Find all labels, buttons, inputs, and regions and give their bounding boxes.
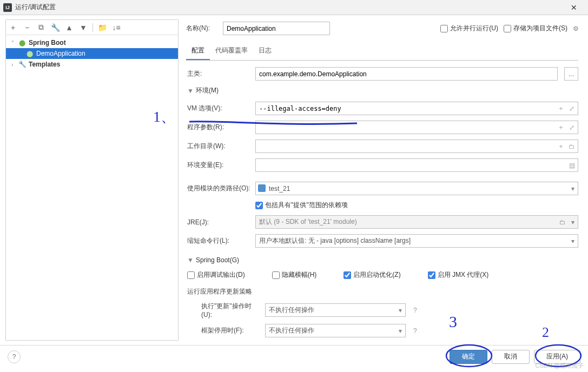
shorten-combo[interactable]: 用户本地默认值: 无 - java [options] className [a… [255,234,578,248]
tab-config[interactable]: 配置 [186,43,210,60]
section-label: Spring Boot(G) [196,256,239,264]
checkbox[interactable] [428,271,435,279]
checkbox[interactable] [343,271,351,279]
debug-output-check[interactable]: 启用调试输出(D) [187,270,245,280]
policy-label: 运行应用程序更新策略 [187,287,578,296]
combo-value: 不执行任何操作 [269,326,314,335]
chevron-right-icon: › [11,62,18,68]
titlebar: IJ 运行/调试配置 ✕ [0,0,588,15]
add-button[interactable]: + [8,23,18,32]
classpath-label: 使用模块的类路径(O): [187,184,251,193]
folder-icon[interactable]: 🗀 [567,142,576,151]
cancel-button[interactable]: 取消 [492,350,530,364]
jmx-check[interactable]: 启用 JMX 代理(X) [428,270,489,280]
program-args-input[interactable] [255,121,578,134]
combo-value: 默认 (9 - SDK of 'test_21' module) [259,217,357,227]
tree-demoapp[interactable]: ⬤ DemoApplication [6,48,178,59]
main-class-input[interactable] [255,67,558,81]
vm-options-label: VM 选项(V): [187,104,251,113]
remove-button[interactable]: − [22,23,32,32]
help-icon[interactable]: ? [413,327,423,335]
springboot-section-header[interactable]: ▼ Spring Boot(G) [187,256,578,264]
on-deact-combo[interactable]: 不执行任何操作 [265,324,406,337]
checkbox[interactable] [440,25,448,32]
tab-logs[interactable]: 日志 [253,43,277,60]
add-icon[interactable]: + [557,142,565,151]
hide-banner-check[interactable]: 隐藏横幅(H) [272,270,317,280]
gear-icon[interactable]: ⚙ [573,25,582,32]
allow-parallel-check[interactable]: 允许并行运行(U) [440,24,498,33]
expand-icon[interactable]: ⤢ [567,123,576,132]
ok-button[interactable]: 确定 [450,350,487,364]
classpath-combo[interactable]: test_21 [255,182,578,195]
vm-options-input[interactable] [255,102,578,115]
spring-icon: ⬤ [25,50,34,57]
sort-button[interactable]: ↓≡ [111,23,121,32]
name-label: 名称(N): [186,24,217,33]
workdir-label: 工作目录(W): [187,142,251,151]
env-section-header[interactable]: ▼ 环境(M) [187,86,578,95]
list-icon[interactable]: ▤ [567,161,576,170]
app-icon: IJ [3,3,12,12]
browse-button[interactable]: ... [564,67,578,81]
checkbox[interactable] [187,271,195,279]
main-area: + − ⧉ 🔧 ▲ ▼ 📁 ↓≡ ˅ ⬤ Spring Boot ⬤ DemoA… [0,15,588,345]
check-label: 包括具有"提供"范围的依赖项 [265,201,348,210]
combo-value: 用户本地默认值: 无 - java [options] className [a… [259,236,411,245]
store-project-check[interactable]: 存储为项目文件(S) [504,24,567,33]
check-label: 启用调试输出(D) [197,270,245,280]
copy-button[interactable]: ⧉ [36,23,46,32]
name-row: 名称(N): 允许并行运行(U) 存储为项目文件(S) ⚙ [186,22,582,35]
tab-coverage[interactable]: 代码覆盖率 [210,43,253,60]
expand-icon[interactable]: ⤢ [567,104,576,113]
include-provided-check[interactable]: 包括具有"提供"范围的依赖项 [255,201,348,210]
wrench-icon: 🔧 [18,61,27,68]
startup-opt-check[interactable]: 启用启动优化(Z) [343,270,400,280]
workdir-input[interactable] [255,140,578,153]
config-tree: ˅ ⬤ Spring Boot ⬤ DemoApplication › 🔧 Te… [6,35,178,340]
config-toolbar: + − ⧉ 🔧 ▲ ▼ 📁 ↓≡ [6,20,178,35]
folder-button[interactable]: 📁 [97,23,107,32]
module-icon [258,184,266,192]
edit-button[interactable]: 🔧 [50,23,60,32]
checkbox[interactable] [504,25,511,32]
right-panel: 名称(N): 允许并行运行(U) 存储为项目文件(S) ⚙ 配置 代码覆盖率 日… [179,15,588,345]
envvars-input[interactable] [255,158,578,172]
folder-icon[interactable]: 🗀 [559,218,566,226]
tree-label: DemoApplication [36,50,85,57]
close-icon[interactable]: ✕ [563,0,585,15]
program-args-label: 程序参数(R): [187,123,251,132]
check-label: 允许并行运行(U) [450,24,498,33]
check-label: 存储为项目文件(S) [513,24,567,33]
on-update-label: 执行"更新"操作时(U): [201,302,261,318]
up-button[interactable]: ▲ [64,23,74,32]
config-form: 主类: ... ▼ 环境(M) VM 选项(V): + ⤢ [186,61,582,337]
separator [93,23,93,32]
tab-bar: 配置 代码覆盖率 日志 [186,43,578,61]
window-title: 运行/调试配置 [15,3,563,12]
footer: ? 确定 取消 应用(A) [0,345,588,368]
help-button[interactable]: ? [8,350,21,363]
jre-label: JRE(J): [187,218,251,226]
tree-springboot[interactable]: ˅ ⬤ Spring Boot [6,37,178,48]
name-input[interactable] [223,22,330,35]
tree-label: Templates [29,61,60,68]
add-icon[interactable]: + [557,123,565,132]
check-label: 启用 JMX 代理(X) [438,270,489,280]
spring-icon: ⬤ [18,39,27,46]
help-icon[interactable]: ? [413,307,423,314]
tree-templates[interactable]: › 🔧 Templates [6,59,178,70]
add-icon[interactable]: + [557,104,565,113]
chevron-down-icon: ˅ [11,40,18,46]
checkbox[interactable] [255,202,263,209]
on-update-combo[interactable]: 不执行任何操作 [265,303,406,317]
check-label: 隐藏横幅(H) [282,270,317,280]
checkbox[interactable] [272,271,280,279]
down-button[interactable]: ▼ [78,23,88,32]
jre-combo[interactable]: 默认 (9 - SDK of 'test_21' module) 🗀 [255,215,578,229]
check-label: 启用启动优化(Z) [353,270,400,280]
combo-value: 不执行任何操作 [269,305,314,315]
chevron-down-icon: ▼ [187,87,193,95]
left-panel: + − ⧉ 🔧 ▲ ▼ 📁 ↓≡ ˅ ⬤ Spring Boot ⬤ DemoA… [5,19,179,341]
envvars-label: 环境变量(E): [187,161,251,170]
